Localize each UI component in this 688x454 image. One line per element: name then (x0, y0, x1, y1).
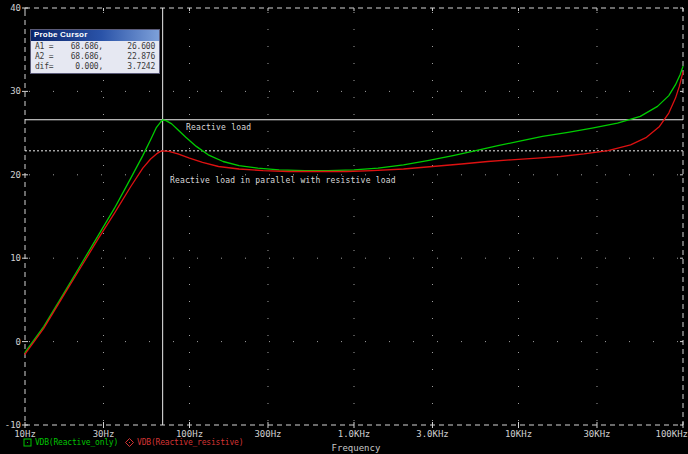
y-tick-label: 0 (16, 337, 21, 347)
y-tick-label: 20 (10, 170, 21, 180)
x-tick-label: 100KHz (655, 429, 688, 439)
square-marker-icon (23, 438, 32, 447)
cursor-dif-label: dif= (35, 62, 61, 72)
trace-reactive-only[interactable] (25, 66, 683, 352)
cursor-dif-x: 0.000, (61, 62, 103, 72)
y-tick-label: 10 (10, 253, 21, 263)
x-tick-label: 10KHz (505, 429, 532, 439)
legend-item-reactive-resistive[interactable]: VDB(Reactive_resistive) (125, 438, 243, 447)
cursor-dif-y: 3.7242 (103, 62, 155, 72)
diamond-marker-icon (125, 438, 134, 447)
cursor-a2-y: 22.876 (103, 52, 155, 62)
cursor-a1-y: 26.600 (103, 42, 155, 52)
cursor-a1-x: 68.686, (61, 42, 103, 52)
x-axis-title: Frequency (320, 443, 392, 453)
cursor-row-dif: dif= 0.000, 3.7242 (31, 62, 159, 72)
cursor-a2-label: A2 = (35, 52, 61, 62)
cursor-row-a1: A1 = 68.686, 26.600 (31, 42, 159, 52)
cursor-a1-label: A1 = (35, 42, 61, 52)
x-tick-label: 300Hz (254, 429, 281, 439)
probe-cursor-body: A1 = 68.686, 26.600 A2 = 68.686, 22.876 … (31, 41, 159, 73)
cursor-row-a2: A2 = 68.686, 22.876 (31, 52, 159, 62)
legend-item-reactive-only[interactable]: VDB(Reactive_only) (23, 438, 118, 447)
annotation-parallel-load[interactable]: Reactive load in parallel with resistive… (170, 176, 396, 185)
y-tick-label: 30 (10, 86, 21, 96)
annotation-reactive-load[interactable]: Reactive load (186, 123, 251, 132)
legend-label-reactive-resistive: VDB(Reactive_resistive) (137, 438, 243, 447)
probe-cursor-window[interactable]: Probe Cursor A1 = 68.686, 26.600 A2 = 68… (30, 29, 160, 74)
x-tick-label: 1.0KHz (338, 429, 371, 439)
y-tick-label: 40 (10, 3, 21, 13)
x-tick-label: 3.0KHz (416, 429, 449, 439)
trace-legend: VDB(Reactive_only) VDB(Reactive_resistiv… (23, 438, 243, 447)
probe-plot-window: 403020100-1010Hz30Hz100Hz300Hz1.0KHz3.0K… (0, 0, 688, 454)
probe-cursor-titlebar[interactable]: Probe Cursor (31, 30, 159, 41)
cursor-a2-x: 68.686, (61, 52, 103, 62)
x-tick-label: 30KHz (583, 429, 610, 439)
legend-label-reactive-only: VDB(Reactive_only) (35, 438, 118, 447)
